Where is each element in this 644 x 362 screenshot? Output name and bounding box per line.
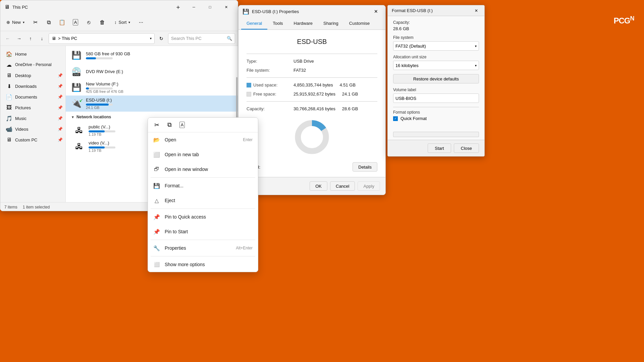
format-capacity-label: Capacity: <box>393 20 479 25</box>
ctx-item-open-window[interactable]: 🗗 Open in new window <box>148 162 258 177</box>
refresh-button[interactable]: ↻ <box>157 34 166 43</box>
tab-sharing[interactable]: Sharing <box>318 17 344 29</box>
list-item[interactable]: 💾 New Volume (F:) 425 GB free of 476 GB <box>66 79 238 96</box>
ok-button[interactable]: OK <box>310 181 327 191</box>
minimize-button[interactable]: ─ <box>186 2 202 12</box>
prop-row-free: Free space: 25,915,932,672 bytes 24.1 GB <box>247 89 377 99</box>
close-button[interactable]: ✕ <box>218 2 234 12</box>
tab-tools[interactable]: Tools <box>267 17 288 29</box>
format-close-button[interactable]: Close <box>454 143 479 153</box>
format-progress-area <box>388 129 484 140</box>
maximize-button[interactable]: □ <box>202 2 218 12</box>
drive-name: ESD-USB <box>247 35 377 51</box>
ctx-item-more-options[interactable]: ⬜ Show more options <box>148 257 258 272</box>
format-close-x-button[interactable]: ✕ <box>472 7 480 15</box>
sidebar-item-home[interactable]: 🏠 Home <box>0 49 65 59</box>
restore-defaults-button[interactable]: Restore device defaults <box>393 74 479 83</box>
ctx-item-properties[interactable]: 🔧 Properties Alt+Enter <box>148 241 258 255</box>
sidebar-item-desktop[interactable]: 🖥 Desktop 📌 <box>0 70 65 81</box>
format-alloc-select[interactable]: 16 kilobytes ▾ <box>393 61 479 70</box>
ctx-copy-button[interactable]: ⧉ <box>163 119 175 131</box>
pin-icon: 📌 <box>58 73 63 78</box>
sidebar-item-label: Documents <box>15 95 37 100</box>
ctx-item-format[interactable]: 💾 Format... <box>148 178 258 193</box>
sort-button[interactable]: ↕ Sort ▾ <box>111 16 133 28</box>
ctx-item-eject[interactable]: △ Eject <box>148 193 258 208</box>
sidebar-item-label: Downloads <box>15 84 37 89</box>
apply-button[interactable]: Apply <box>358 181 380 191</box>
back-button[interactable]: ← <box>3 34 12 43</box>
list-item[interactable]: 🔌 ↙ ESD-USB (I:) 24.1 GB <box>66 96 238 112</box>
file-name: ESD-USB (I:) <box>86 98 232 103</box>
quick-format-checkbox[interactable]: ✓ <box>393 116 398 121</box>
type-label: Type: <box>247 59 293 64</box>
format-volume-label-input[interactable] <box>393 94 479 103</box>
sidebar-item-pictures[interactable]: 🖼 Pictures 📌 <box>0 102 65 113</box>
list-item[interactable]: 💿 DVD DVD RW Drive (E:) <box>66 63 238 79</box>
ctx-item-pin-start[interactable]: 📌 Pin to Start <box>148 224 258 239</box>
filesystem-value: FAT32 <box>293 68 377 73</box>
properties-close-button[interactable]: ✕ <box>371 7 381 16</box>
format-filesystem-select[interactable]: FAT32 (Default) ▾ <box>393 41 479 51</box>
ctx-item-open[interactable]: 📂 Open Enter <box>148 132 258 147</box>
sidebar-item-onedrive[interactable]: ☁ OneDrive - Personal <box>0 59 65 70</box>
svg-point-2 <box>302 127 322 147</box>
onedrive-icon: ☁ <box>6 62 12 68</box>
ctx-divider <box>151 208 255 209</box>
new-tab-button[interactable]: ＋ <box>173 2 183 12</box>
format-capacity-value: 28.6 GB <box>393 26 479 31</box>
prop-row-type: Type: USB Drive <box>247 57 377 66</box>
ctx-eject-label: Eject <box>165 198 253 203</box>
tab-general[interactable]: General <box>241 17 267 29</box>
cut-button[interactable]: ✂ <box>29 16 41 28</box>
desktop-icon: 🖥 <box>6 72 12 78</box>
details-button[interactable]: Details <box>353 162 377 172</box>
list-item[interactable]: 💾 580 GB free of 930 GB <box>66 47 238 63</box>
sidebar-item-custom-pc[interactable]: 🖥 Custom PC 📌 <box>0 134 65 145</box>
videos-icon: 📹 <box>6 126 12 132</box>
sidebar-item-videos[interactable]: 📹 Videos 📌 <box>0 124 65 134</box>
rename-button[interactable]: A <box>69 16 82 28</box>
ctx-pin-start-label: Pin to Start <box>165 229 253 234</box>
pin-icon: 📌 <box>58 137 63 142</box>
section-toggle-icon[interactable]: ▼ <box>71 115 74 119</box>
copy-button[interactable]: ⧉ <box>43 16 55 28</box>
ctx-cut-button[interactable]: ✂ <box>151 119 163 131</box>
up-button[interactable]: ↑ <box>26 34 35 43</box>
drive-progress <box>86 57 113 59</box>
drive-icon: 💾 <box>71 51 82 60</box>
sidebar-item-documents[interactable]: 📄 Documents 📌 <box>0 92 65 102</box>
paste-button[interactable]: 📋 <box>56 16 68 28</box>
sidebar-item-label: Music <box>15 116 26 121</box>
select-dropdown-icon: ▾ <box>475 64 477 67</box>
sidebar-item-label: OneDrive - Personal <box>15 62 52 67</box>
address-dropdown-icon: ▾ <box>150 37 152 40</box>
sidebar-item-music[interactable]: 🎵 Music 📌 <box>0 113 65 124</box>
pcg-logo: PCGN <box>604 0 644 40</box>
share-button[interactable]: ⎋ <box>83 16 95 28</box>
down-button[interactable]: ↓ <box>37 34 47 43</box>
tab-hardware[interactable]: Hardware <box>288 17 318 29</box>
forward-button[interactable]: → <box>14 34 24 43</box>
type-value: USB Drive <box>293 59 377 64</box>
share-icon: ⎋ <box>87 19 91 25</box>
properties-dialog-icon: 💾 <box>243 8 249 15</box>
tab-customise[interactable]: Customise <box>344 17 375 29</box>
more-button[interactable]: ··· <box>135 16 147 28</box>
format-capacity-row: Capacity: 28.6 GB <box>393 20 479 31</box>
new-dropdown-icon: ▾ <box>23 20 24 24</box>
sort-dropdown-icon: ▾ <box>128 20 130 24</box>
address-input[interactable]: 🖥 > This PC ▾ <box>49 33 155 44</box>
ctx-divider <box>151 256 255 256</box>
ctx-rename-button[interactable]: A <box>176 119 188 131</box>
new-button[interactable]: ⊕ New ▾ <box>3 16 28 28</box>
format-actions: Start Close <box>388 140 484 156</box>
cancel-button[interactable]: Cancel <box>330 181 355 191</box>
ctx-item-open-tab[interactable]: ⬜ Open in new tab <box>148 147 258 162</box>
sidebar-item-downloads[interactable]: ⬇ Downloads 📌 <box>0 81 65 92</box>
start-button[interactable]: Start <box>428 143 451 153</box>
search-box[interactable]: Search This PC 🔍 <box>168 33 235 44</box>
divider <box>247 54 377 54</box>
ctx-item-pin-quick[interactable]: 📌 Pin to Quick access <box>148 209 258 224</box>
delete-button[interactable]: 🗑 <box>96 16 108 28</box>
